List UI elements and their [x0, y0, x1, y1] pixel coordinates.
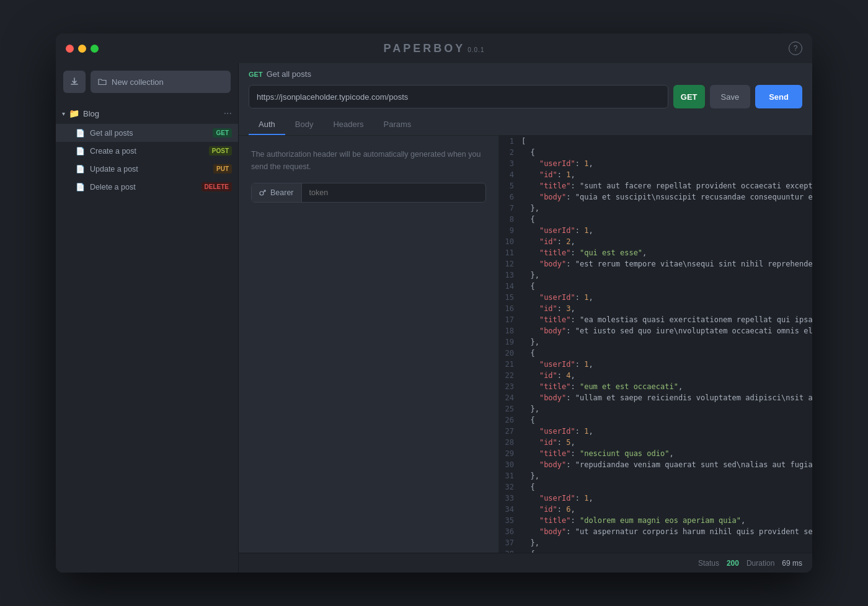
line-content: "userId": 1, — [521, 225, 812, 236]
line-content: "id": 3, — [521, 303, 812, 314]
method-badge-delete: DELETE — [202, 182, 232, 191]
collection-header[interactable]: ▾ 📁 Blog ··· — [56, 103, 238, 124]
request-name: Delete a post — [90, 183, 197, 191]
auth-panel: The authorization header will be automat… — [239, 136, 499, 553]
line-content: }, — [521, 403, 812, 415]
line-number: 37 — [499, 537, 521, 548]
tab-params[interactable]: Params — [374, 115, 422, 135]
line-content: { — [521, 415, 812, 426]
line-content: "body": "repudiandae veniam quaerat sunt… — [521, 459, 812, 470]
code-line: 1[ — [499, 136, 812, 147]
line-number: 2 — [499, 147, 521, 158]
code-line: 32 { — [499, 481, 812, 493]
path-name-label: Get all posts — [267, 69, 311, 79]
request-item-update-post[interactable]: 📄 Update a post PUT — [56, 160, 238, 178]
line-content: }, — [521, 537, 812, 548]
code-line: 5 "title": "sunt aut facere repellat pro… — [499, 180, 812, 191]
close-button[interactable] — [66, 45, 74, 53]
tab-headers[interactable]: Headers — [323, 115, 373, 135]
line-number: 33 — [499, 493, 521, 504]
tab-auth[interactable]: Auth — [249, 115, 285, 135]
code-line: 6 "body": "quia et suscipit\nsuscipit re… — [499, 191, 812, 203]
line-content: "title": "qui est esse", — [521, 247, 812, 258]
code-line: 11 "title": "qui est esse", — [499, 247, 812, 258]
code-line: 22 "id": 4, — [499, 370, 812, 381]
status-code: 200 — [727, 559, 739, 568]
line-content: "body": "ullam et saepe reiciendis volup… — [521, 392, 812, 403]
save-button[interactable]: Save — [710, 85, 751, 108]
line-content: "userId": 1, — [521, 493, 812, 504]
url-input[interactable] — [249, 85, 668, 108]
collection-name: Blog — [83, 109, 220, 118]
line-number: 26 — [499, 415, 521, 426]
line-number: 3 — [499, 158, 521, 169]
folder-icon — [98, 77, 107, 86]
request-item-delete-post[interactable]: 📄 Delete a post DELETE — [56, 178, 238, 196]
tab-body[interactable]: Body — [285, 115, 324, 135]
request-item-get-all-posts[interactable]: 📄 Get all posts GET — [56, 124, 238, 142]
request-name: Update a post — [90, 165, 208, 173]
line-content: "title": "sunt aut facere repellat provi… — [521, 180, 812, 191]
collection-menu-icon[interactable]: ··· — [224, 108, 232, 119]
line-content: "title": "ea molestias quasi exercitatio… — [521, 314, 812, 325]
request-item-create-post[interactable]: 📄 Create a post POST — [56, 142, 238, 160]
line-content: { — [521, 548, 812, 553]
line-content: { — [521, 481, 812, 493]
method-select-button[interactable]: GET — [673, 85, 705, 108]
duration-label: Duration — [746, 559, 774, 568]
new-collection-button[interactable]: New collection — [91, 71, 231, 93]
line-content: "body": "ut aspernatur corporis harum ni… — [521, 526, 812, 537]
help-button[interactable]: ? — [789, 42, 802, 55]
sidebar-content: ▾ 📁 Blog ··· 📄 Get all posts GET 📄 Creat… — [56, 100, 238, 573]
line-number: 29 — [499, 448, 521, 459]
line-content: "id": 2, — [521, 236, 812, 247]
traffic-lights — [66, 45, 99, 53]
line-content: "body": "est rerum tempore vitae\nsequi … — [521, 258, 812, 270]
code-line: 36 "body": "ut aspernatur corporis harum… — [499, 526, 812, 537]
code-line: 13 }, — [499, 270, 812, 281]
line-content: { — [521, 214, 812, 225]
line-content: "body": "quia et suscipit\nsuscipit recu… — [521, 191, 812, 203]
line-number: 17 — [499, 314, 521, 325]
import-button[interactable] — [63, 71, 86, 93]
auth-description: The authorization header will be automat… — [251, 148, 486, 173]
code-line: 12 "body": "est rerum tempore vitae\nseq… — [499, 258, 812, 270]
line-number: 36 — [499, 526, 521, 537]
line-number: 6 — [499, 191, 521, 203]
token-input[interactable] — [302, 183, 485, 202]
minimize-button[interactable] — [78, 45, 86, 53]
line-content: "title": "nesciunt quas odio", — [521, 448, 812, 459]
line-number: 38 — [499, 548, 521, 553]
line-content: "title": "eum et est occaecati", — [521, 381, 812, 392]
code-line: 9 "userId": 1, — [499, 225, 812, 236]
code-line: 4 "id": 1, — [499, 169, 812, 180]
line-content: [ — [521, 136, 812, 147]
download-icon — [69, 77, 79, 87]
line-number: 22 — [499, 370, 521, 381]
main-area: New collection ▾ 📁 Blog ··· 📄 Get all po… — [56, 63, 812, 573]
line-number: 28 — [499, 437, 521, 448]
method-badge-put: PUT — [213, 164, 232, 173]
line-number: 32 — [499, 481, 521, 493]
code-line: 16 "id": 3, — [499, 303, 812, 314]
request-icon: 📄 — [76, 183, 85, 191]
line-content: "userId": 1, — [521, 292, 812, 303]
method-badge-get: GET — [213, 128, 232, 138]
maximize-button[interactable] — [91, 45, 99, 53]
code-line: 3 "userId": 1, — [499, 158, 812, 169]
sidebar-toolbar: New collection — [56, 63, 238, 100]
response-panel: 1[2 {3 "userId": 1,4 "id": 1,5 "title": … — [499, 136, 812, 553]
method-badge-post: POST — [209, 146, 232, 156]
line-number: 4 — [499, 169, 521, 180]
line-number: 10 — [499, 236, 521, 247]
line-number: 24 — [499, 392, 521, 403]
code-line: 8 { — [499, 214, 812, 225]
send-button[interactable]: Send — [755, 85, 802, 108]
code-line: 25 }, — [499, 403, 812, 415]
code-line: 26 { — [499, 415, 812, 426]
titlebar: PAPERBOY0.0.1 ? — [56, 33, 812, 63]
response-body[interactable]: 1[2 {3 "userId": 1,4 "id": 1,5 "title": … — [499, 136, 812, 553]
line-content: }, — [521, 270, 812, 281]
line-number: 13 — [499, 270, 521, 281]
sidebar: New collection ▾ 📁 Blog ··· 📄 Get all po… — [56, 63, 239, 573]
